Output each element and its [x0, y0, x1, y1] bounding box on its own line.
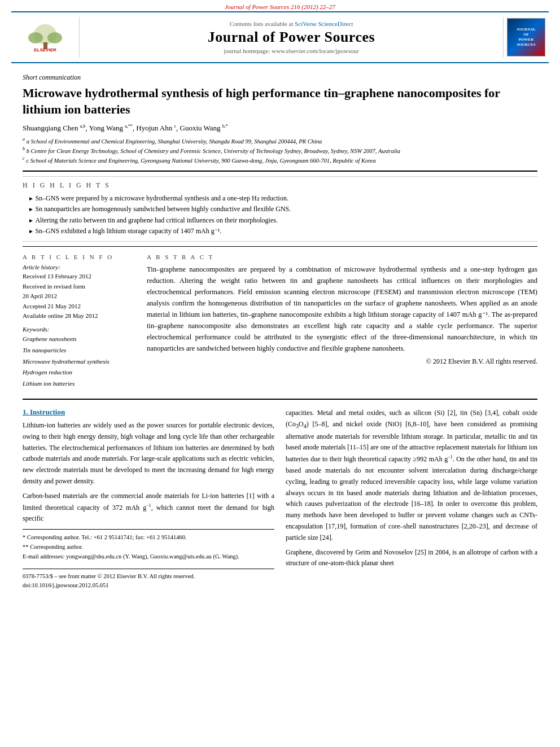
- svg-point-2: [28, 32, 43, 43]
- article-info-column: A R T I C L E I N F O Article history: R…: [23, 254, 135, 394]
- elsevier-logo-icon: ELSEVIER: [19, 22, 72, 53]
- highlight-item-1: Sn–GNS were prepared by a microwave hydr…: [23, 193, 537, 204]
- article-info-abstract-section: A R T I C L E I N F O Article history: R…: [23, 254, 537, 394]
- journal-reference-topbar: Journal of Power Sources 216 (2012) 22–2…: [0, 0, 560, 11]
- body-para2: Carbon-based materials are the commercia…: [23, 491, 274, 525]
- body-para1: Lithium-ion batteries are widely used as…: [23, 420, 274, 487]
- section1-heading: 1. Instruction: [23, 408, 274, 417]
- copyright-text: © 2012 Elsevier B.V. All rights reserved…: [147, 357, 537, 366]
- body-section: 1. Instruction Lithium-ion batteries are…: [23, 408, 537, 591]
- body-col2-para2: Graphene, discovered by Geim and Novosel…: [286, 547, 537, 570]
- journal-homepage: journal homepage: www.elsevier.com/locat…: [224, 47, 358, 54]
- footnote-3: E-mail addresses: yongwang@shu.edu.cn (Y…: [23, 552, 274, 562]
- highlights-section: H I G H L I G H T S Sn–GNS were prepared…: [23, 176, 537, 242]
- highlight-item-2: Sn nanoparticles are homogenously sandwi…: [23, 204, 537, 215]
- authors-text: Shuangqiang Chen a,b, Yong Wang a,**, Hy…: [23, 124, 228, 132]
- keyword-2: Tin nanoparticles: [23, 345, 135, 356]
- svg-point-3: [47, 32, 62, 43]
- footnote-2: ** Corresponding author.: [23, 543, 274, 552]
- body-col2-para1: capacities. Metal and metal oxides, such…: [286, 408, 537, 544]
- keywords-label: Keywords:: [23, 326, 135, 333]
- journal-logo-box: JOURNAL OF POWER SOURCES: [507, 18, 545, 56]
- article-history-title: Article history:: [23, 264, 135, 270]
- sciverse-prefix: Contents lists available at: [230, 20, 295, 27]
- received-date: Received 13 February 2012: [23, 272, 135, 282]
- keyword-4: Hydrogen reduction: [23, 367, 135, 378]
- accepted-date: Accepted 21 May 2012: [23, 302, 135, 312]
- keywords-group: Keywords: Graphene nanosheets Tin nanopa…: [23, 326, 135, 390]
- issn-line: 0378-7753/$ – see front matter © 2012 El…: [23, 572, 274, 582]
- journal-logo-text: JOURNAL OF POWER SOURCES: [517, 27, 536, 47]
- keyword-3: Microwave hydrothermal synthesis: [23, 356, 135, 368]
- bottom-bar: 0378-7753/$ – see front matter © 2012 El…: [23, 569, 274, 591]
- affiliations: a a School of Environmental and Chemical…: [23, 136, 537, 165]
- sciverse-line: Contents lists available at SciVerse Sci…: [230, 20, 353, 27]
- affiliation-a: a a School of Environmental and Chemical…: [23, 136, 537, 146]
- abstract-column: A B S T R A C T Tin–graphene nanocomposi…: [147, 254, 537, 394]
- body-left-col: 1. Instruction Lithium-ion batteries are…: [23, 408, 274, 591]
- body-col2: capacities. Metal and metal oxides, such…: [286, 408, 537, 569]
- affiliation-b: b b Centre for Clean Energy Technology, …: [23, 146, 537, 155]
- article-title: Microwave hydrothermal synthesis of high…: [23, 85, 537, 117]
- divider-after-highlights: [23, 246, 537, 247]
- keyword-5: Lithium ion batteries: [23, 378, 135, 390]
- journal-header-center: Contents lists available at SciVerse Sci…: [79, 17, 504, 58]
- article-info-label: A R T I C L E I N F O: [23, 254, 135, 260]
- body-col1: Lithium-ion batteries are widely used as…: [23, 420, 274, 525]
- journal-header: ELSEVIER Contents lists available at Sci…: [11, 11, 549, 63]
- journal-ref-text: Journal of Power Sources 216 (2012) 22–2…: [225, 3, 335, 10]
- journal-title: Journal of Power Sources: [208, 29, 375, 46]
- abstract-label: A B S T R A C T: [147, 254, 537, 260]
- divider-after-abstract: [23, 399, 537, 400]
- footnotes-section: * Corresponding author. Tel.: +61 2 9514…: [23, 529, 274, 561]
- article-type: Short communication: [23, 73, 537, 82]
- authors-line: Shuangqiang Chen a,b, Yong Wang a,**, Hy…: [23, 123, 537, 132]
- page-wrapper: Journal of Power Sources 216 (2012) 22–2…: [0, 0, 560, 747]
- footnote-1: * Corresponding author. Tel.: +61 2 9514…: [23, 533, 274, 543]
- doi-line: doi:10.1016/j.jpowsour.2012.05.051: [23, 581, 274, 591]
- svg-text:ELSEVIER: ELSEVIER: [34, 47, 56, 53]
- highlight-item-4: Sn–GNS exhibited a high lithium storage …: [23, 226, 537, 237]
- body-right-col: capacities. Metal and metal oxides, such…: [286, 408, 537, 591]
- keywords-list: Graphene nanosheets Tin nanoparticles Mi…: [23, 334, 135, 390]
- available-date: Available online 28 May 2012: [23, 311, 135, 321]
- received-revised-label: Received in revised form: [23, 282, 135, 292]
- abstract-text: Tin–graphene nanocomposites are prepared…: [147, 264, 537, 354]
- content-area: Short communication Microwave hydrotherm…: [0, 63, 560, 596]
- article-history-group: Article history: Received 13 February 20…: [23, 264, 135, 321]
- sciverse-link[interactable]: SciVerse ScienceDirect: [295, 20, 353, 27]
- journal-logo-right: JOURNAL OF POWER SOURCES: [504, 17, 549, 58]
- affiliation-c: c c School of Materials Science and Engi…: [23, 155, 537, 165]
- highlight-item-3: Altering the ratio between tin and graph…: [23, 215, 537, 226]
- revised-date: 20 April 2012: [23, 291, 135, 302]
- highlights-title: H I G H L I G H T S: [23, 181, 537, 190]
- keyword-1: Graphene nanosheets: [23, 334, 135, 345]
- elsevier-logo-area: ELSEVIER: [11, 17, 79, 58]
- body-two-col: 1. Instruction Lithium-ion batteries are…: [23, 408, 537, 591]
- divider-after-affiliations: [23, 171, 537, 172]
